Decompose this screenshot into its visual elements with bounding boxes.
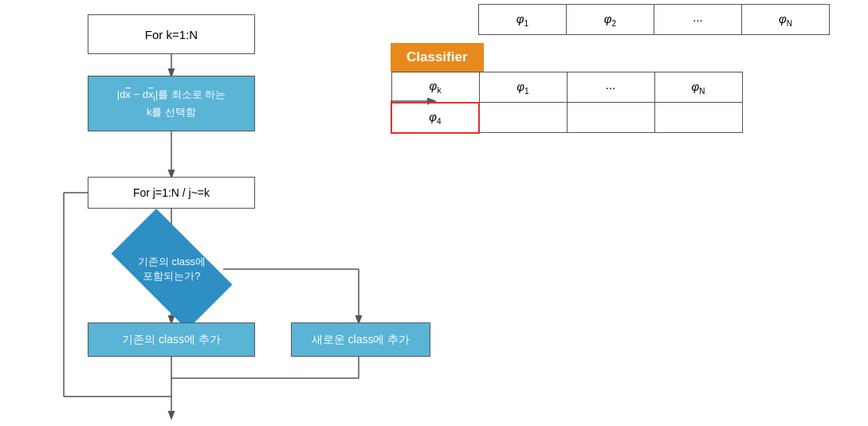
header-table: φ1 φ2 ··· φN xyxy=(478,4,830,35)
add-new-box: 새로운 class에 추가 xyxy=(291,322,430,357)
row2-phik: φk xyxy=(391,72,479,103)
row2-table: φk φ1 ··· φN φ4 xyxy=(391,72,743,134)
select-k-box: |dx − dxi|를 최소로 하는k를 선택함 xyxy=(88,76,255,131)
for-j-box: For j=1:N / j~=k xyxy=(88,177,255,209)
row3-phi4: φ4 xyxy=(391,103,479,133)
diagram-container: For k=1:N |dx − dxi|를 최소로 하는k를 선택함 For j… xyxy=(0,0,868,426)
header-phi2: φ2 xyxy=(567,5,654,35)
for-k-box: For k=1:N xyxy=(88,14,255,54)
row3-cell3 xyxy=(567,103,654,133)
header-phiN: φN xyxy=(742,5,830,35)
row3-cell4 xyxy=(654,103,742,133)
row3-cell2 xyxy=(479,103,567,133)
header-dots: ··· xyxy=(654,5,742,35)
right-diagram: φ1 φ2 ··· φN Classifier φk φ1 ··· φN φ4 xyxy=(391,4,830,134)
row2-phi1: φ1 xyxy=(479,72,567,103)
diamond-box: 기존의 class에포함되는가? xyxy=(111,209,232,330)
diamond-label: 기존의 class에포함되는가? xyxy=(138,255,206,283)
classifier-box: Classifier xyxy=(391,43,484,72)
add-existing-box: 기존의 class에 추가 xyxy=(88,322,255,357)
select-k-label: |dx − dxi|를 최소로 하는k를 선택함 xyxy=(117,87,226,119)
row2-phiN: φN xyxy=(654,72,742,103)
header-phi1: φ1 xyxy=(479,5,567,35)
row2-dots: ··· xyxy=(567,72,654,103)
